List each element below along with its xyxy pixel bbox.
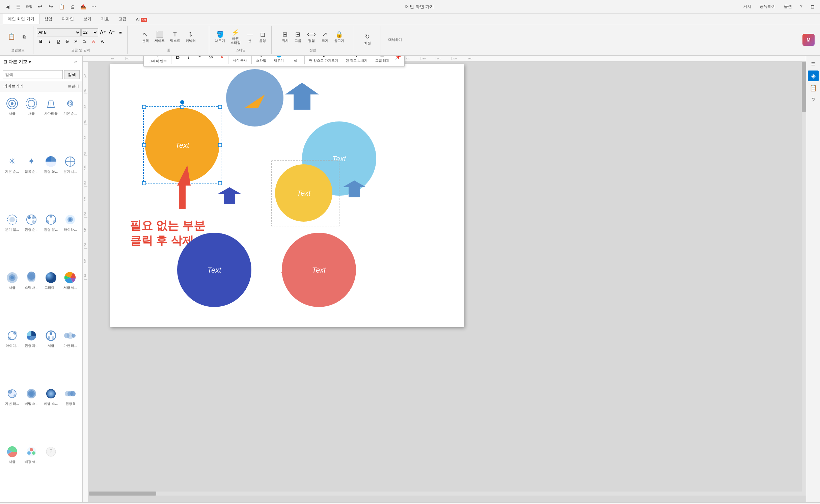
handle-mr[interactable] (218, 143, 222, 147)
shape-item-trapezoid[interactable]: 사다리꼴 (42, 94, 60, 151)
canvas-area[interactable]: 30 40 50 60 70 80 90 100 110 120 130 140… (83, 56, 806, 502)
shape-item-variable2[interactable]: 가변 라... (3, 384, 22, 442)
format-copy-button[interactable]: ⧉ 서식 복사 (230, 56, 250, 64)
fill-btn[interactable]: 🪣 채우기 (271, 56, 287, 65)
share-file-button[interactable]: 📤 (78, 2, 88, 11)
ungroup-button[interactable]: ⊞ 그룹 해제 (372, 56, 393, 65)
align-btn[interactable]: ⟺ 정렬 (305, 29, 318, 45)
paste-button[interactable]: 📋 (5, 31, 18, 43)
connector-button[interactable]: ⤵ 커넥터 (183, 29, 198, 45)
arrow-blue-right-large[interactable] (285, 83, 319, 110)
right-btn-2[interactable]: ◈ (808, 71, 819, 81)
subscript-button[interactable]: x₂ (81, 37, 89, 45)
select-button[interactable]: ↖ 선택 (139, 29, 152, 45)
shape-button[interactable]: ⬜ 세이프 (152, 29, 167, 45)
superscript-button[interactable]: x² (72, 37, 80, 45)
shape-item-stackcircle[interactable]: 스택 서... (22, 268, 41, 326)
search-button[interactable]: 검색 (64, 70, 80, 79)
float-fontcolor-button[interactable]: A (217, 56, 227, 61)
shape-item-circle4[interactable]: 서클 (42, 326, 60, 384)
menu-button[interactable]: ☰ (13, 2, 23, 11)
toolbar-pin-button[interactable]: 📌 (394, 56, 402, 61)
font-color-button[interactable]: A (98, 37, 106, 45)
font-shrink-button[interactable]: A⁻ (108, 28, 116, 36)
float-align-button[interactable]: ≡ (195, 56, 204, 61)
arrow-blue-small-right[interactable] (218, 187, 241, 204)
redo-button[interactable]: ↪ (46, 2, 55, 11)
handle-tm[interactable] (181, 105, 184, 109)
post-button[interactable]: 게시 (741, 2, 754, 11)
font-family-select[interactable]: Arial (37, 28, 81, 36)
font-grow-button[interactable]: A⁺ (99, 28, 107, 36)
more-button[interactable]: ⋯ (89, 2, 99, 11)
align-button[interactable]: ≡ (116, 28, 125, 36)
right-btn-3[interactable]: 📋 (808, 83, 819, 93)
shape-item-circle5[interactable]: 원형 5 (61, 384, 80, 442)
graphic-var-button[interactable]: ⊙ 그래픽 변수 (146, 56, 170, 65)
nav-back-button[interactable]: ◀ (3, 2, 12, 11)
handle-tr[interactable] (218, 105, 222, 109)
group-btn[interactable]: ⊟ 그룹 (292, 29, 304, 45)
shape-item-bevel1[interactable]: 베벨 스... (22, 384, 41, 442)
float-wordwrap-button[interactable]: ab (206, 56, 216, 61)
circle-blue-top[interactable] (226, 69, 283, 127)
replace-button[interactable]: 대체하기 (385, 36, 405, 44)
page-canvas[interactable]: ⊙ 그래픽 변수 B I ≡ ab A ⧉ 서식 복사 ◈ 스타일 (110, 64, 464, 327)
shape-item-pie[interactable]: 원형 파... (22, 326, 41, 384)
shape-item-branch1[interactable]: 분기 시... (61, 152, 80, 209)
handle-tl[interactable] (142, 105, 146, 109)
tab-main[interactable]: 메인 화면 가기 (3, 14, 39, 24)
quick-style-button[interactable]: ⚡ 빠른스타일 (228, 27, 243, 47)
right-btn-1[interactable]: ≡ (808, 58, 819, 69)
shape-item-blockstar[interactable]: ✦ 블록 순... (22, 152, 41, 209)
shape-item-colorcircle[interactable]: 서클 색... (61, 268, 80, 326)
scrollbar-thumb-v[interactable] (802, 62, 806, 112)
tab-advanced[interactable]: 고급 (114, 14, 131, 24)
share-button[interactable]: 공유하기 (757, 2, 778, 11)
handle-br[interactable] (218, 181, 222, 185)
float-italic-button[interactable]: I (184, 56, 193, 62)
bold-button[interactable]: B (37, 37, 45, 45)
underline-button[interactable]: U (54, 37, 62, 45)
handle-bl[interactable] (142, 181, 146, 185)
line-button[interactable]: — 선 (244, 29, 256, 45)
strikethrough-button[interactable]: S (63, 37, 71, 45)
print-button[interactable]: 🖨 (67, 2, 77, 11)
shape-item-circle6[interactable]: 서클 (3, 442, 22, 500)
settings-button[interactable]: 옵션 (781, 2, 795, 11)
shape-item-star1[interactable]: ✳ 기본 순... (3, 152, 22, 209)
nav-forward-button[interactable]: 파일 (24, 2, 34, 11)
float-bold-button[interactable]: B (173, 56, 183, 62)
tab-view[interactable]: 보기 (79, 14, 96, 24)
shape-item-piechart1[interactable]: 원형 화... (42, 152, 60, 209)
scrollbar-horizontal[interactable] (89, 492, 806, 496)
lock-button[interactable]: 🔒 참고기 (332, 29, 347, 45)
sidebar-collapse-button[interactable]: « (72, 58, 79, 65)
tab-symbol[interactable]: 기호 (96, 14, 114, 24)
back-button[interactable]: ⬇ 맨 뒤로 보내기 (343, 56, 371, 64)
shape-item-circle1[interactable]: 서클 (3, 94, 22, 151)
shape-item-bevel2[interactable]: 베벨 스... (42, 384, 60, 442)
window-button[interactable]: ⊟ (808, 2, 817, 11)
scrollbar-thumb-h[interactable] (89, 492, 156, 496)
right-btn-4[interactable]: ? (808, 95, 819, 106)
search-input[interactable] (3, 70, 63, 79)
line-btn[interactable]: — 선 (288, 56, 303, 64)
scrollbar-vertical[interactable] (802, 62, 806, 496)
copy-button[interactable]: 📋 (57, 2, 66, 11)
shape-item-idea[interactable]: 아이디... (3, 326, 22, 384)
fill-button[interactable]: 🪣 채우기 (213, 29, 227, 45)
tab-insert[interactable]: 삽입 (39, 14, 57, 24)
front-button[interactable]: ⬆ 맨 앞으로 가져오기 (306, 56, 341, 64)
shadow-button[interactable]: ◻ 음영 (256, 29, 269, 45)
rotate-button[interactable]: ↻ 회전 (361, 31, 374, 47)
shape-item-branchblock[interactable]: 분기 블... (3, 210, 22, 268)
text-button[interactable]: T 텍스트 (168, 29, 183, 45)
font-size-select[interactable]: 12 (81, 28, 98, 36)
shape-item-circleflow[interactable]: 원형 순... (22, 210, 41, 268)
tab-ai[interactable]: AI hot (131, 15, 152, 24)
highlight-button[interactable]: A (89, 37, 98, 45)
position-button[interactable]: ⊞ 위치 (279, 29, 291, 45)
copy-format-button[interactable]: ⧉ (18, 32, 30, 41)
handle-ml[interactable] (142, 143, 146, 147)
